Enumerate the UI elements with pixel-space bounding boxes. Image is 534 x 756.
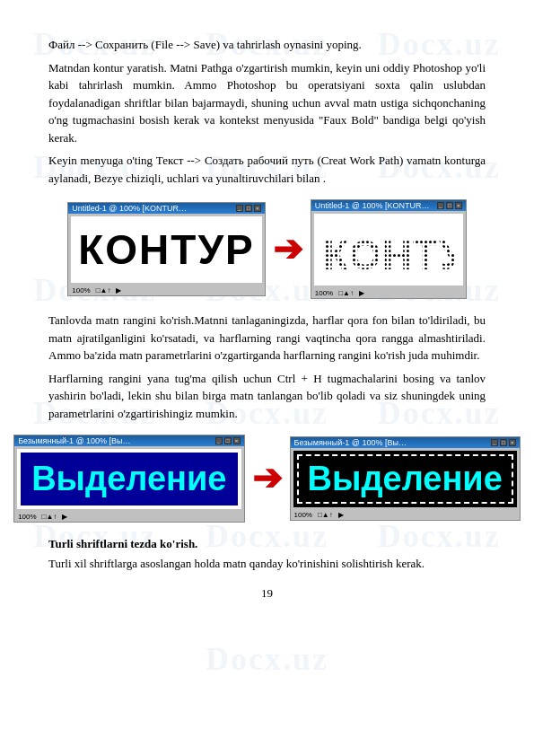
ps-titlebar-vyd-right: Безымянный-1 @ 100% [Выделение,... _ □ × <box>291 437 520 448</box>
ps-titlebar-left: Untitled-1 @ 100% [KONTUR, BG-S/... _ □ … <box>68 203 264 214</box>
ps-canvas-right: КОНТУР <box>314 214 463 286</box>
close-buttons-left: _ □ × <box>236 205 261 212</box>
vyd-image-row: Безымянный-1 @ 100% [Выделение,... _ □ ×… <box>48 435 486 523</box>
minimize-btn-vl[interactable]: _ <box>215 437 223 444</box>
maximize-btn-r[interactable]: □ <box>446 202 453 209</box>
kontur-image-row: Untitled-1 @ 100% [KONTUR, BG-S/... _ □ … <box>48 199 486 299</box>
paragraph2: Matndan kontur yaratish. Matni Pathga o'… <box>48 59 486 147</box>
kontur-dotted-svg: КОНТУР <box>321 223 456 277</box>
maximize-btn[interactable]: □ <box>245 205 252 212</box>
close-buttons-vyd-left: _ □ × <box>215 437 241 444</box>
ps-statusbar-vyd-right: 100% □▲↑ ▶ <box>291 510 520 520</box>
vyd-text-left: Выделение <box>31 460 226 497</box>
paragraph6: Turli xil shriftlarga asoslangan holda m… <box>48 555 486 573</box>
ps-statusbar-vyd-left: 100% □▲↑ ▶ <box>14 512 243 522</box>
ps-titlebar-right: Untitled-1 @ 100% [KONTUR, BG-S/... _ □ … <box>311 200 466 211</box>
ps-window-vyd-right: Безымянный-1 @ 100% [Выделение,... _ □ ×… <box>290 436 521 521</box>
vyd-bg-left: Выделение <box>21 453 237 505</box>
ps-windows-kontur: Untitled-1 @ 100% [KONTUR, BG-S/... _ □ … <box>67 199 466 299</box>
close-buttons-vyd-right: _ □ × <box>491 439 516 446</box>
vyd-text-right: Выделение <box>308 460 503 497</box>
close-btn-r[interactable]: × <box>455 202 462 209</box>
ps-titlebar-vyd-left: Безымянный-1 @ 100% [Выделение,... _ □ × <box>14 435 243 446</box>
minimize-btn[interactable]: _ <box>236 205 243 212</box>
close-btn-vl[interactable]: × <box>233 437 241 444</box>
ps-canvas-vyd-right: Выделение <box>293 451 517 507</box>
minimize-btn-vr[interactable]: _ <box>491 439 498 446</box>
paragraph4: Tanlovda matn rangini ko'rish.Matnni tan… <box>48 312 486 365</box>
minimize-btn-r[interactable]: _ <box>437 202 444 209</box>
ps-statusbar-left: 100% □▲↑ ▶ <box>68 286 264 295</box>
bold-heading: Turli shriftlarni tezda ko'rish. <box>48 535 486 553</box>
paragraph1: Файл --> Сохранить (File --> Save) va ta… <box>48 36 486 54</box>
kontur-text-left: КОНТУР <box>78 225 254 274</box>
ps-canvas-vyd-left: Выделение <box>17 449 241 509</box>
ps-statusbar-right: 100% □▲↑ ▶ <box>311 288 466 298</box>
vyd-marching-border: Выделение <box>297 454 513 504</box>
page-number: 19 <box>48 586 486 601</box>
vyd-arrow: ➔ <box>252 461 283 497</box>
svg-text:КОНТУР: КОНТУР <box>323 232 456 277</box>
close-btn-vr[interactable]: × <box>509 439 516 446</box>
ps-canvas-left: КОНТУР <box>71 216 261 283</box>
ps-window-vyd-left: Безымянный-1 @ 100% [Выделение,... _ □ ×… <box>13 435 244 523</box>
ps-window-right: Untitled-1 @ 100% [KONTUR, BG-S/... _ □ … <box>311 199 467 299</box>
close-buttons-right: _ □ × <box>437 202 462 209</box>
maximize-btn-vr[interactable]: □ <box>500 439 507 446</box>
ps-windows-vyd: Безымянный-1 @ 100% [Выделение,... _ □ ×… <box>13 435 521 523</box>
ps-window-left: Untitled-1 @ 100% [KONTUR, BG-S/... _ □ … <box>67 202 265 296</box>
page: Файл --> Сохранить (File --> Save) va ta… <box>0 0 534 637</box>
kontur-arrow: ➔ <box>273 232 303 268</box>
paragraph3: Keyin menyuga o'ting Текст --> Создать р… <box>48 152 486 187</box>
maximize-btn-vl[interactable]: □ <box>224 437 232 444</box>
paragraph5: Harflarning rangini yana tug'ma qilish u… <box>48 370 486 423</box>
close-btn[interactable]: × <box>254 205 261 212</box>
